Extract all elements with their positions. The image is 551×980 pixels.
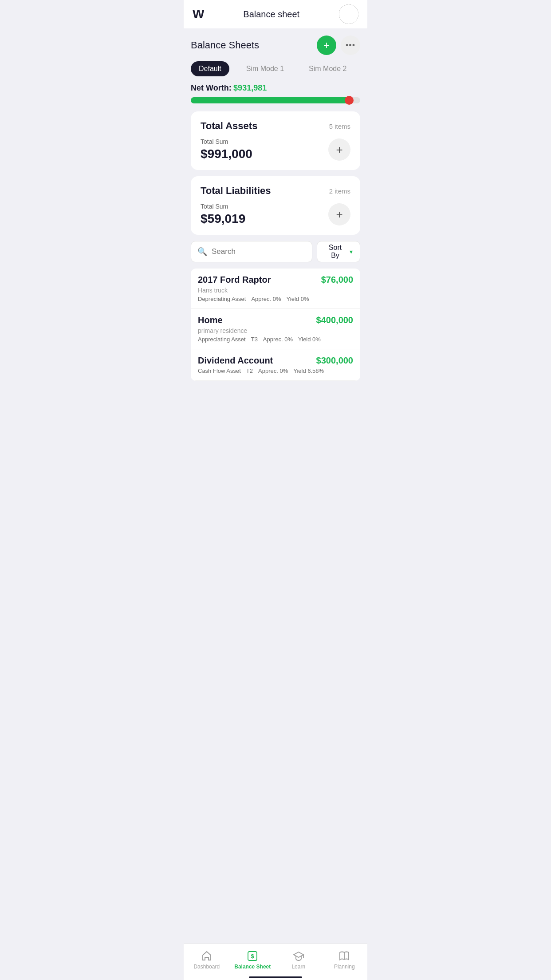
tab-sim-mode-2[interactable]: Sim Mode 2	[301, 61, 354, 76]
liabilities-items-count: 2 items	[329, 187, 350, 195]
item-apprec: Apprec. 0%	[258, 368, 288, 374]
item-name: Home	[198, 315, 223, 325]
assets-card-header: Total Assets 5 items	[201, 120, 350, 132]
liabilities-sum-container: Total Sum $59,019	[201, 203, 245, 226]
list-item[interactable]: Dividend Account $300,000 Cash Flow Asse…	[191, 349, 360, 381]
assets-sum-container: Total Sum $991,000	[201, 138, 252, 161]
item-type: Depreciating Asset	[198, 296, 246, 302]
tab-default[interactable]: Default	[191, 61, 229, 76]
more-button[interactable]: •••	[341, 36, 360, 55]
search-sort-row: 🔍 Sort By ▾	[191, 241, 360, 262]
progress-dot	[345, 96, 354, 105]
main-content: Balance Sheets + ••• Default Sim Mode 1 …	[184, 28, 367, 421]
mode-tabs: Default Sim Mode 1 Sim Mode 2	[191, 61, 360, 76]
item-name: 2017 Ford Raptor	[198, 275, 271, 285]
item-type: Appreciating Asset	[198, 336, 246, 343]
item-yield: Yield 0%	[298, 336, 321, 343]
item-tags: Appreciating Asset T3 Apprec. 0% Yield 0…	[198, 336, 353, 343]
item-yield: Yield 6.58%	[293, 368, 324, 374]
total-assets-card: Total Assets 5 items Total Sum $991,000 …	[191, 111, 360, 170]
balance-sheets-header: Balance Sheets + •••	[191, 36, 360, 55]
item-apprec: Apprec. 0%	[251, 296, 281, 302]
list-item[interactable]: Home $400,000 primary residence Apprecia…	[191, 309, 360, 349]
item-tier: T2	[246, 368, 253, 374]
sort-button[interactable]: Sort By ▾	[317, 241, 360, 262]
total-liabilities-card: Total Liabilities 2 items Total Sum $59,…	[191, 176, 360, 235]
item-header: Dividend Account $300,000	[198, 356, 353, 366]
add-asset-button[interactable]: +	[328, 138, 350, 161]
app-logo: W	[193, 7, 204, 21]
add-button[interactable]: +	[317, 36, 336, 55]
plus-icon: +	[336, 143, 342, 157]
more-icon: •••	[346, 41, 355, 50]
item-subtitle: Hans truck	[198, 287, 353, 294]
progress-fill	[191, 97, 350, 103]
item-subtitle: primary residence	[198, 327, 353, 334]
item-tags: Depreciating Asset Apprec. 0% Yield 0%	[198, 296, 353, 302]
item-yield: Yield 0%	[287, 296, 309, 302]
search-icon: 🔍	[197, 247, 207, 257]
liabilities-sum-value: $59,019	[201, 212, 245, 226]
net-worth-label: Net Worth:	[191, 83, 232, 92]
assets-sum-label: Total Sum	[201, 138, 252, 145]
assets-items-count: 5 items	[329, 122, 350, 130]
item-value: $300,000	[316, 356, 353, 366]
assets-card-body: Total Sum $991,000 +	[201, 138, 350, 161]
assets-sum-value: $991,000	[201, 147, 252, 161]
tab-sim-mode-1[interactable]: Sim Mode 1	[238, 61, 292, 76]
page-title: Balance sheet	[243, 9, 299, 20]
item-type: Cash Flow Asset	[198, 368, 241, 374]
item-header: 2017 Ford Raptor $76,000	[198, 275, 353, 285]
add-liability-button[interactable]: +	[328, 203, 350, 225]
item-header: Home $400,000	[198, 315, 353, 325]
liabilities-card-header: Total Liabilities 2 items	[201, 185, 350, 197]
liabilities-title: Total Liabilities	[201, 185, 271, 197]
list-item[interactable]: 2017 Ford Raptor $76,000 Hans truck Depr…	[191, 269, 360, 309]
item-value: $400,000	[316, 315, 353, 325]
liabilities-card-body: Total Sum $59,019 +	[201, 203, 350, 226]
liabilities-sum-label: Total Sum	[201, 203, 245, 210]
sort-label: Sort By	[324, 244, 346, 260]
assets-title: Total Assets	[201, 120, 257, 132]
chevron-down-icon: ▾	[350, 248, 353, 255]
item-tags: Cash Flow Asset T2 Apprec. 0% Yield 6.58…	[198, 368, 353, 374]
item-apprec: Apprec. 0%	[263, 336, 293, 343]
assets-list: 2017 Ford Raptor $76,000 Hans truck Depr…	[191, 269, 360, 381]
app-header: W Balance sheet	[184, 0, 367, 28]
header-actions: + •••	[317, 36, 360, 55]
net-worth-value: $931,981	[233, 83, 267, 92]
net-worth-progress-bar	[191, 97, 360, 103]
item-value: $76,000	[321, 275, 353, 285]
search-input[interactable]	[212, 247, 306, 256]
item-name: Dividend Account	[198, 356, 273, 366]
item-tier: T3	[251, 336, 258, 343]
net-worth-row: Net Worth: $931,981	[191, 83, 360, 93]
search-box[interactable]: 🔍	[191, 241, 312, 262]
plus-icon-liability: +	[336, 208, 342, 221]
balance-sheets-title: Balance Sheets	[191, 40, 259, 51]
avatar[interactable]	[339, 4, 358, 24]
